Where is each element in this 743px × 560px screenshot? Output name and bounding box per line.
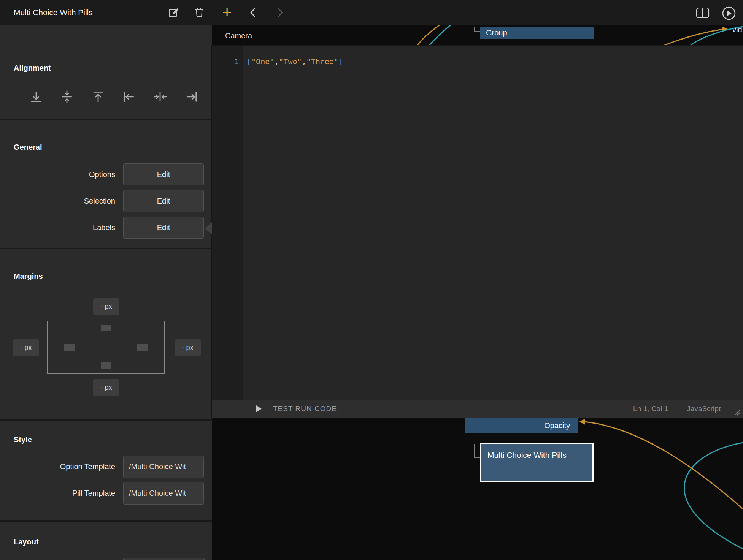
align-left-icon (122, 90, 137, 104)
line-number: 1 (234, 55, 239, 68)
code-token: "Two" (279, 57, 302, 66)
editor-gutter: 1 (212, 46, 243, 400)
alignment-heading: Alignment (14, 64, 51, 73)
popover-arrow (205, 222, 212, 234)
section-divider (0, 419, 212, 421)
code-editor-popover: 1 ["One","Two","Three"] TEST RUN CODE Ln… (212, 46, 743, 418)
language-mode[interactable]: JavaScript (687, 400, 721, 418)
graph-toolbar: + (212, 0, 743, 25)
test-run-code-label: TEST RUN CODE (273, 400, 337, 418)
inspector-header: Multi Choice With Pills (0, 0, 212, 25)
code-token: "One" (251, 57, 274, 66)
pill-template-value[interactable]: /Multi Choice Wit (123, 482, 204, 505)
margin-bottom-handle[interactable] (101, 362, 111, 369)
align-vertical-center-icon (60, 90, 74, 104)
margin-right-handle[interactable] (137, 344, 148, 351)
editor-status-bar: TEST RUN CODE Ln 1, Col 1 JavaScript (212, 400, 743, 418)
node-vid[interactable]: vid (732, 25, 742, 34)
wire-arrowhead (579, 419, 585, 425)
forward-button[interactable] (275, 7, 285, 18)
options-edit-button[interactable]: Edit (123, 163, 204, 185)
align-horizontal-center-icon (153, 90, 167, 104)
margin-right-input[interactable]: - px (175, 339, 201, 356)
align-left-button[interactable] (121, 89, 138, 105)
resize-grip-icon[interactable] (733, 408, 741, 416)
test-run-code-button[interactable]: TEST RUN CODE (256, 400, 355, 418)
node-multi-choice-selected[interactable]: Multi Choice With Pills (480, 443, 594, 482)
pill-template-label: Pill Template (0, 482, 115, 505)
align-bottom-icon (29, 90, 43, 104)
align-bottom-button[interactable] (28, 89, 44, 105)
pencil-edit-icon (168, 6, 179, 18)
code-token: ] (338, 57, 343, 66)
style-heading: Style (14, 435, 32, 444)
options-label: Options (0, 163, 115, 185)
play-triangle-icon (256, 405, 262, 412)
code-token: [ (247, 57, 251, 66)
code-editor[interactable]: ["One","Two","Three"] (247, 55, 343, 68)
margin-top-handle[interactable] (101, 325, 111, 331)
option-template-value[interactable]: /Multi Choice Wit (123, 456, 204, 478)
inspector-title: Multi Choice With Pills (14, 0, 93, 25)
section-divider (0, 248, 212, 249)
align-top-button[interactable] (90, 89, 106, 105)
top-bar: Multi Choice With Pills + (0, 0, 743, 25)
code-token: "Three" (306, 57, 338, 66)
labels-label: Labels (0, 217, 115, 239)
align-horizontal-center-button[interactable] (152, 89, 168, 105)
node-multi-choice-label: Multi Choice With Pills (487, 449, 568, 460)
option-template-label: Option Template (0, 456, 115, 478)
node-group[interactable]: Group (480, 27, 594, 39)
cursor-position[interactable]: Ln 1, Col 1 (633, 400, 668, 418)
split-view-icon (696, 7, 710, 19)
selection-edit-button[interactable]: Edit (123, 190, 204, 212)
margin-bottom-input[interactable]: - px (93, 379, 119, 396)
align-right-icon (184, 90, 198, 104)
add-patch-button[interactable]: + (217, 0, 237, 25)
trash-icon (194, 6, 205, 18)
group-bracket (474, 444, 480, 458)
node-group-label: Group (486, 28, 507, 37)
margin-left-handle[interactable] (64, 344, 75, 351)
layout-heading: Layout (14, 538, 39, 546)
chevron-left-icon (248, 7, 258, 18)
layout-partial-control[interactable] (123, 558, 205, 560)
node-camera[interactable]: Camera (225, 32, 252, 40)
node-opacity-label: Opacity (544, 421, 570, 430)
chevron-right-icon (275, 7, 285, 18)
section-divider (0, 119, 212, 120)
run-prototype-button[interactable] (721, 6, 737, 21)
split-view-button[interactable] (696, 7, 710, 19)
align-right-button[interactable] (183, 89, 200, 105)
code-token: , (274, 57, 279, 66)
play-circle-icon (721, 6, 737, 21)
back-button[interactable] (248, 7, 259, 18)
app-root: Multi Choice With Pills + (0, 0, 743, 560)
align-top-icon (91, 90, 105, 104)
margins-diagram (47, 321, 165, 374)
delete-button[interactable] (193, 6, 206, 19)
node-opacity[interactable]: Opacity (465, 418, 578, 433)
group-bracket (474, 27, 480, 32)
selection-label: Selection (0, 190, 115, 212)
margin-left-input[interactable]: - px (13, 339, 39, 356)
inspector-panel: Alignment (0, 25, 212, 560)
rename-button[interactable] (167, 6, 180, 19)
align-vertical-center-button[interactable] (59, 89, 75, 105)
labels-edit-button[interactable]: Edit (123, 217, 204, 239)
margins-heading: Margins (14, 272, 43, 281)
code-token: , (302, 57, 306, 66)
section-divider (0, 520, 212, 522)
margin-top-input[interactable]: - px (93, 298, 119, 315)
general-heading: General (14, 143, 42, 152)
